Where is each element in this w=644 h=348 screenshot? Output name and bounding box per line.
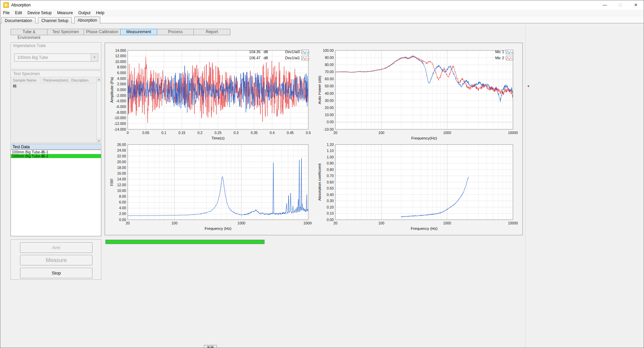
measure-button[interactable]: Measure [20, 255, 92, 265]
test-specimen-table-header: Sample Name Thickness(mm) Discription [11, 77, 101, 83]
legend-entry-mic2[interactable]: Mic 2 [484, 55, 513, 61]
column-discription[interactable]: Discription [69, 77, 97, 83]
scroll-down-icon[interactable]: ▼ [97, 138, 101, 143]
legend-entry-mic1[interactable]: Mic 1 [484, 49, 513, 55]
subtab-measurement[interactable]: Measurement [120, 29, 157, 35]
svg-text:22.00: 22.00 [117, 154, 126, 158]
svg-text:0.05: 0.05 [142, 131, 149, 135]
svg-text:50.00: 50.00 [325, 84, 334, 88]
svg-text:24.00: 24.00 [117, 148, 126, 152]
svg-text:2.000: 2.000 [117, 82, 126, 86]
waveform-icon[interactable] [302, 56, 309, 60]
right-panel-divider [525, 23, 525, 348]
column-thickness[interactable]: Thickness(mm) [41, 77, 69, 83]
labview-app-icon [3, 2, 9, 8]
frf-chart: 0.002.004.006.008.0010.0012.0014.0016.00… [108, 139, 312, 234]
svg-text:0.2: 0.2 [198, 131, 203, 135]
svg-text:20.00: 20.00 [117, 160, 126, 164]
svg-text:12.000: 12.000 [115, 54, 126, 58]
y-axis-label: Absorption coefficient [318, 163, 321, 201]
measurement-charts-panel: -14.000-12.000-10.000-8.000-6.000-4.000-… [105, 43, 523, 235]
y-axis-label: FRF [110, 178, 114, 186]
impedance-tube-group: Impendance Tube 100mm Big Tube ▼ [11, 42, 101, 69]
subtab-phase-calibration[interactable]: Phase Calibration [84, 29, 121, 35]
svg-text:10000: 10000 [508, 131, 518, 135]
subtab-tube-environment[interactable]: Tube & Environment [11, 29, 47, 35]
arm-button[interactable]: Arm [20, 242, 92, 253]
subtab-test-specimen[interactable]: Test Specimen [47, 29, 84, 35]
chevron-down-icon[interactable]: ▼ [91, 54, 98, 61]
test-specimen-group: Test Specimen Sample Name Thickness(mm) … [11, 70, 101, 143]
scroll-up-icon[interactable]: ▲ [97, 77, 101, 82]
tab-absorption[interactable]: Absorption [74, 17, 100, 24]
svg-text:0.80: 0.80 [327, 168, 334, 172]
svg-text:-8.000: -8.000 [116, 110, 126, 114]
svg-text:20: 20 [333, 221, 337, 225]
svg-text:0.00: 0.00 [327, 218, 334, 222]
close-button[interactable]: ✕ [628, 0, 644, 9]
table-row[interactable]: 棉 [11, 83, 101, 88]
app-window: Absorption — ◻ ✕ File Edit Device Setup … [0, 0, 644, 348]
absorption-coefficient-chart: 0.000.100.200.300.400.500.600.700.800.90… [318, 139, 523, 234]
svg-text:6.000: 6.000 [117, 71, 126, 75]
window-title: Absorption [11, 3, 30, 7]
table-vertical-scrollbar[interactable]: ▲ ▼ [97, 77, 101, 143]
menu-output[interactable]: Output [76, 10, 93, 16]
x-axis-label: Frequency (Hz) [205, 226, 231, 231]
y-axis-label: Amplitude (Pa) [110, 77, 114, 103]
minimize-button[interactable]: — [597, 0, 612, 9]
measurement-controls-panel: Arm Measure Stop [11, 239, 101, 280]
list-item[interactable]: 100mm Big Tube-棉-1 [11, 150, 101, 154]
svg-text:20.00: 20.00 [325, 106, 334, 110]
column-sample-name[interactable]: Sample Name [11, 77, 41, 83]
svg-text:0.3: 0.3 [233, 131, 238, 135]
svg-text:16.00: 16.00 [117, 171, 126, 175]
cell-sample-name: 棉 [11, 83, 41, 88]
impedance-tube-dropdown[interactable]: 100mm Big Tube ▼ [14, 53, 98, 62]
legend-entry-ai0[interactable]: 104.35 dB Dev1/ai0 [246, 49, 309, 55]
tab-documentation[interactable]: Documentation [1, 17, 36, 23]
subtab-process[interactable]: Process [157, 29, 194, 35]
svg-text:0.1: 0.1 [161, 131, 166, 135]
svg-text:0.4: 0.4 [270, 131, 275, 135]
svg-text:90.00: 90.00 [325, 56, 334, 60]
legend-entry-ai1[interactable]: 106.47 dB Dev1/ai1 [246, 55, 309, 61]
svg-text:26.00: 26.00 [117, 143, 126, 147]
stop-button[interactable]: Stop [20, 268, 92, 278]
svg-text:8.00: 8.00 [119, 194, 126, 198]
impedance-tube-selected-value: 100mm Big Tube [17, 55, 48, 60]
svg-text:70.00: 70.00 [325, 70, 334, 74]
subtab-report[interactable]: Report [193, 29, 230, 35]
svg-text:10000: 10000 [303, 221, 312, 225]
svg-text:-14.000: -14.000 [114, 127, 126, 131]
svg-text:0.60: 0.60 [327, 180, 334, 184]
title-bar: Absorption — ◻ ✕ [0, 0, 644, 9]
main-tab-strip: Documentation Channel Setup Absorption [0, 16, 644, 23]
waveform-icon[interactable] [506, 50, 513, 54]
test-data-list: 100mm Big Tube-棉-1 100mm Big Tube-棉-2 [11, 150, 101, 236]
menu-device-setup[interactable]: Device Setup [25, 10, 54, 16]
svg-text:100.00: 100.00 [323, 48, 334, 52]
svg-text:-12.000: -12.000 [114, 122, 126, 126]
chart-svg: 0.002.004.006.008.0010.0012.0014.0016.00… [108, 139, 312, 234]
menu-edit[interactable]: Edit [12, 10, 25, 16]
svg-text:0.50: 0.50 [327, 186, 334, 190]
y-axis-label: Auto Power (dB) [318, 75, 321, 104]
menu-file[interactable]: File [0, 10, 12, 16]
svg-text:1000: 1000 [443, 131, 451, 135]
tab-channel-setup[interactable]: Channel Setup [38, 17, 71, 23]
svg-text:1000: 1000 [237, 221, 246, 225]
svg-text:1.10: 1.10 [327, 149, 334, 153]
menu-help[interactable]: Help [93, 10, 107, 16]
legend-label-ai0: Dev1/ai0 [285, 50, 300, 54]
waveform-icon[interactable] [506, 56, 513, 60]
waveform-icon[interactable] [302, 50, 309, 54]
svg-text:6.00: 6.00 [119, 200, 126, 204]
menu-measure[interactable]: Measure [54, 10, 76, 16]
list-item-selected[interactable]: 100mm Big Tube-棉-2 [11, 154, 101, 158]
bottom-window-tab[interactable]: 画面 [204, 345, 217, 348]
splitter-collapse-icon[interactable]: ◄ [526, 84, 530, 88]
level-readout-ai1: 106.47 [246, 56, 261, 60]
svg-text:30.00: 30.00 [325, 99, 334, 103]
svg-text:0.25: 0.25 [214, 131, 222, 135]
